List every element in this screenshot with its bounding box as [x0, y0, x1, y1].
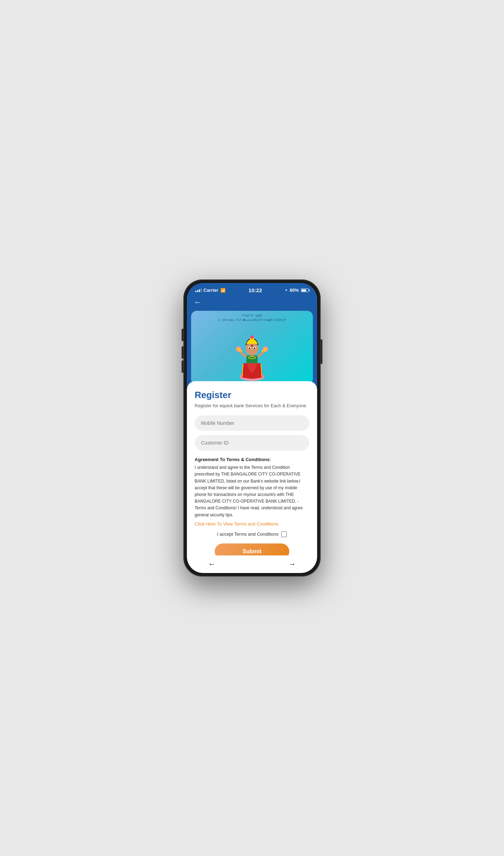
customer-id-input[interactable]: [195, 435, 309, 451]
mobile-number-input[interactable]: [195, 415, 309, 431]
status-bar: Carrier 📶 10:22 ‣ 80%: [187, 283, 317, 295]
svg-point-9: [250, 335, 254, 339]
signal-icon: [195, 289, 202, 292]
register-title: Register: [195, 390, 309, 401]
svg-point-13: [249, 347, 250, 349]
location-icon: ‣: [285, 288, 288, 293]
battery-pct-label: 80%: [290, 288, 299, 293]
svg-point-10: [251, 345, 253, 347]
goddess-image: [231, 325, 273, 381]
status-left: Carrier 📶: [195, 288, 226, 293]
hero-banner: ಸ್ಥಾಪನೆ: 1907 ದ ಬೆಂಗಳೂರು ಸಿಟಿ ಕೋ–ಆಪರೇಟಿವ…: [191, 311, 313, 385]
terms-link[interactable]: Click Here To View Terms and Conditions: [195, 521, 309, 527]
phone-screen: Carrier 📶 10:22 ‣ 80% ← ಸ್ಥಾಪನೆ: 1907: [187, 283, 317, 573]
bottom-nav-bar: ← →: [187, 555, 317, 573]
terms-heading: Agreement To Terms & Conditions:: [195, 457, 309, 462]
nav-forward-arrow[interactable]: →: [288, 560, 296, 569]
accept-label: I accept Terms and Conditions: [217, 531, 279, 537]
svg-point-14: [254, 347, 255, 349]
status-right: ‣ 80%: [285, 288, 309, 293]
accept-row: I accept Terms and Conditions: [195, 531, 309, 537]
battery-icon: [301, 288, 309, 292]
back-button[interactable]: ←: [194, 297, 205, 308]
terms-body: I understand and agree to the Terms and …: [195, 464, 309, 518]
register-card: Register Register for equick bank Servic…: [187, 381, 317, 555]
top-bar: ←: [187, 295, 317, 311]
time-display: 10:22: [248, 287, 262, 293]
carrier-label: Carrier: [203, 288, 219, 293]
phone-frame: Carrier 📶 10:22 ‣ 80% ← ಸ್ಥಾಪನೆ: 1907: [183, 279, 321, 577]
wifi-icon: 📶: [220, 288, 226, 293]
terms-section: Agreement To Terms & Conditions: I under…: [195, 457, 309, 527]
banner-text: ಸ್ಥಾಪನೆ: 1907 ದ ಬೆಂಗಳೂರು ಸಿಟಿ ಕೋ–ಆಪರೇಟಿವ…: [215, 311, 290, 323]
terms-checkbox[interactable]: [281, 531, 287, 537]
register-subtitle: Register for equick bank Services for Ea…: [195, 403, 309, 409]
submit-button[interactable]: Submit: [215, 543, 289, 555]
nav-back-arrow[interactable]: ←: [208, 560, 216, 569]
